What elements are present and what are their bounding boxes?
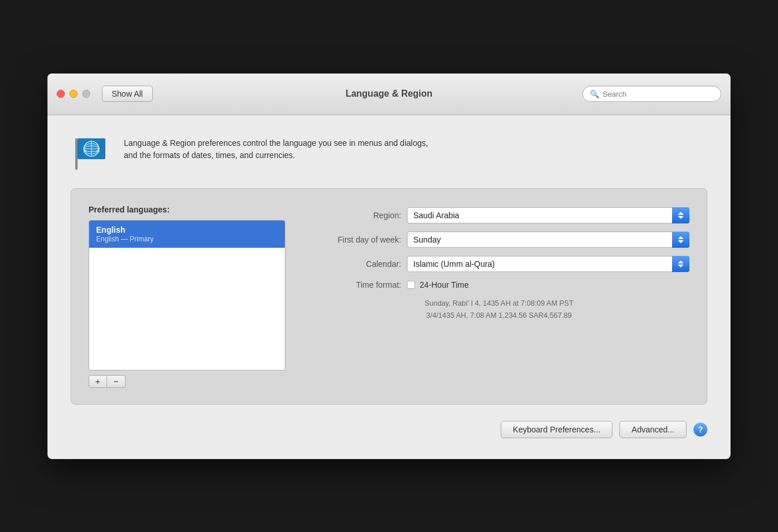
panel-layout: Preferred languages: English English — P… [89, 205, 689, 388]
time-format-checkbox-row: 24-Hour Time [407, 280, 469, 289]
first-day-label: First day of week: [309, 235, 401, 244]
search-input[interactable] [603, 90, 714, 98]
titlebar: Show All Language & Region 🔍 [47, 74, 731, 115]
languages-section-label: Preferred languages: [89, 205, 285, 214]
time-format-row: Time format: 24-Hour Time [309, 280, 689, 289]
preview-line1: Sunday, Rabi' I 4, 1435 AH at 7:08:09 AM… [309, 298, 689, 310]
add-language-button[interactable]: + [89, 375, 107, 388]
calendar-dropdown[interactable]: Islamic (Umm al-Qura) [407, 256, 689, 272]
globe-icon [71, 133, 112, 174]
maximize-button[interactable] [82, 90, 90, 98]
svg-rect-0 [75, 138, 78, 170]
language-subtitle: English — Primary [96, 235, 278, 243]
description-text: Language & Region preferences control th… [124, 133, 428, 162]
main-panel: Preferred languages: English English — P… [71, 188, 707, 405]
bottom-buttons: Keyboard Preferences... Advanced... ? [71, 421, 707, 438]
time-format-checkbox[interactable] [407, 281, 415, 289]
preferences-window: Show All Language & Region 🔍 [47, 74, 731, 459]
calendar-dropdown-wrapper: Islamic (Umm al-Qura) [407, 256, 689, 272]
preview-area: Sunday, Rabi' I 4, 1435 AH at 7:08:09 AM… [309, 298, 689, 322]
description-area: Language & Region preferences control th… [71, 133, 707, 174]
time-format-label: Time format: [309, 280, 401, 289]
close-button[interactable] [57, 90, 65, 98]
list-item[interactable]: English English — Primary [89, 221, 285, 248]
calendar-label: Calendar: [309, 259, 401, 269]
languages-section: Preferred languages: English English — P… [89, 205, 285, 388]
search-box: 🔍 [582, 86, 721, 102]
region-row: Region: Saudi Arabia [309, 207, 689, 223]
remove-language-button[interactable]: − [107, 375, 126, 388]
preview-line2: 3/4/1435 AH, 7:08 AM 1,234.56 SAR4,567.8… [309, 310, 689, 322]
region-dropdown-wrapper: Saudi Arabia [407, 207, 689, 223]
window-title: Language & Region [346, 89, 432, 99]
traffic-lights [57, 90, 90, 98]
keyboard-preferences-button[interactable]: Keyboard Preferences... [501, 421, 612, 438]
list-controls: + − [89, 375, 285, 388]
settings-section: Region: Saudi Arabia First day of week: [309, 205, 689, 322]
calendar-row: Calendar: Islamic (Umm al-Qura) [309, 256, 689, 272]
first-day-dropdown-wrapper: Sunday [407, 232, 689, 248]
time-format-checkbox-label: 24-Hour Time [420, 280, 469, 289]
help-button[interactable]: ? [693, 423, 707, 436]
first-day-dropdown[interactable]: Sunday [407, 232, 689, 248]
content-area: Language & Region preferences control th… [47, 115, 731, 459]
advanced-button[interactable]: Advanced... [619, 421, 687, 438]
first-day-row: First day of week: Sunday [309, 232, 689, 248]
region-dropdown[interactable]: Saudi Arabia [407, 207, 689, 223]
search-icon: 🔍 [590, 90, 599, 98]
minimize-button[interactable] [69, 90, 78, 98]
show-all-button[interactable]: Show All [102, 86, 153, 102]
region-label: Region: [309, 211, 401, 220]
language-list: English English — Primary [89, 220, 285, 370]
language-name: English [96, 225, 278, 234]
